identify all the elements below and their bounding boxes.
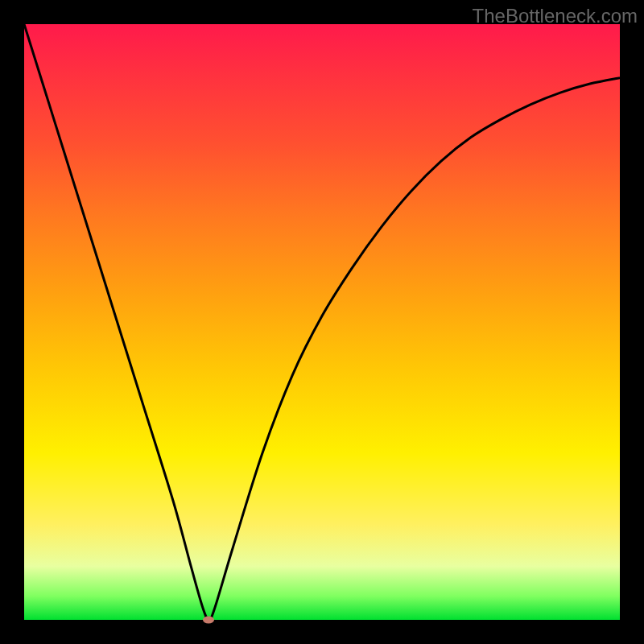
chart-container: TheBottleneck.com (0, 0, 644, 644)
bottleneck-curve (24, 24, 620, 620)
curve-svg (24, 24, 620, 620)
minimum-marker (203, 617, 214, 624)
plot-area (24, 24, 620, 620)
watermark-text: TheBottleneck.com (473, 5, 638, 27)
